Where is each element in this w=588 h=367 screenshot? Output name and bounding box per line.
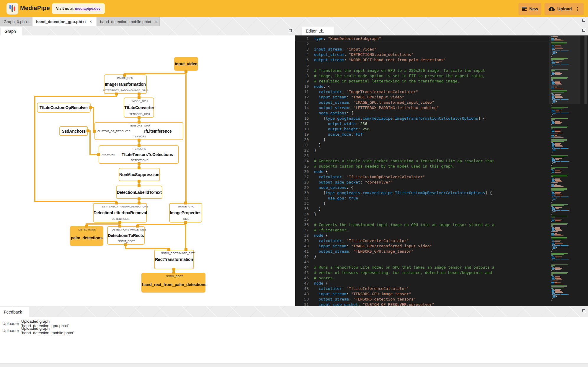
graph-node-DetectionLetterboxRemoval[interactable]: DetectionLetterboxRemovalLETTERBOX_PADDI… — [93, 203, 147, 223]
code-line[interactable]: 6 — [295, 63, 549, 68]
code-line[interactable]: 5output_stream: "NORM_RECT:hand_rect_fro… — [295, 57, 549, 63]
upload-menu-kebab-icon[interactable]: ⋮ — [575, 6, 580, 12]
code-line[interactable]: 35 — [295, 217, 549, 222]
mediapipe-dev-link[interactable]: mediapipe.dev — [75, 7, 101, 11]
code-line[interactable]: 46# scores. — [295, 275, 549, 281]
expand-editor-panel-icon[interactable] — [582, 29, 585, 32]
code-line[interactable]: 20 } — [295, 137, 549, 142]
code-line[interactable]: 50 output_stream: "TENSORS:detection_ten… — [295, 297, 549, 302]
code-line[interactable]: 32 } — [295, 201, 549, 206]
tab-graph[interactable]: Graph — [1, 27, 22, 35]
code-line[interactable]: 2 — [295, 41, 549, 47]
code-line[interactable]: 4output_stream: "DETECTIONS:palm_detecti… — [295, 52, 549, 57]
graph-node-NonMaxSuppression[interactable]: NonMaxSuppression — [119, 168, 160, 181]
code-line[interactable]: 36# Converts the transformed input image… — [295, 222, 549, 228]
code-line[interactable]: 45# vector of tensors representing, for … — [295, 270, 549, 275]
code-line[interactable]: 34} — [295, 212, 549, 217]
close-icon[interactable]: ✕ — [154, 19, 158, 24]
minimap-line — [551, 255, 576, 256]
code-line[interactable]: 30 [type.googleapis.com/mediapipe.TfLite… — [295, 190, 549, 196]
code-line[interactable]: 7# Transforms the input image on GPU to … — [295, 68, 549, 73]
code-line[interactable]: 51 input_side_packet: "CUSTOM_OP_RESOLVE… — [295, 302, 549, 306]
graph-node-DetectionsToRects[interactable]: DetectionsToRectsDETECTIONSIMAGE_SIZENOR… — [107, 226, 145, 245]
minimap-line — [551, 228, 576, 229]
file-tab-hand-detection-gpu[interactable]: hand_detection_gpu.pbtxt ✕ — [32, 17, 96, 26]
code-editor[interactable]: 1type: "HandDetectionSubgraph"23input_st… — [295, 35, 588, 306]
code-line[interactable]: 37# TfLiteTensor. — [295, 228, 549, 233]
scrollbar-thumb[interactable] — [584, 36, 587, 104]
minimap-line — [551, 176, 576, 177]
graph-node-TfLiteCustomOpResolver[interactable]: TfLiteCustomOpResolver — [37, 103, 91, 113]
graph-node-hand_rect_from_palm_detections[interactable]: hand_rect_from_palm_detectionsNORM_RECT — [141, 273, 205, 293]
graph-node-input_video[interactable]: input_video — [174, 57, 198, 71]
code-line[interactable]: 19 scale_mode: FIT — [295, 132, 549, 137]
minimap-line — [551, 197, 576, 197]
graph-canvas[interactable]: input_videoImageTransformationIMAGE_GPUL… — [0, 35, 295, 306]
editor-scrollbar[interactable] — [584, 35, 588, 306]
port — [138, 144, 141, 147]
graph-node-ImageProperties[interactable]: ImagePropertiesIMAGE_GPUSIZE — [169, 203, 202, 223]
port-label: CUSTOM_OP_RESOLVER — [97, 130, 130, 133]
code-line[interactable]: 3input_stream: "input_video" — [295, 47, 549, 52]
upload-button[interactable]: Upload ⋮ — [545, 3, 584, 15]
code-line[interactable]: 38node { — [295, 233, 549, 238]
expand-feedback-panel-icon[interactable] — [582, 309, 585, 312]
file-tab-graph0[interactable]: Graph_0.pbtxt ✕ — [0, 17, 32, 26]
close-icon[interactable]: ✕ — [89, 19, 93, 24]
code-line[interactable]: 40 input_stream: "IMAGE_GPU:transformed_… — [295, 243, 549, 249]
code-line[interactable]: 21 } — [295, 142, 549, 148]
code-line[interactable]: 16 [type.googleapis.com/mediapipe.ImageT… — [295, 116, 549, 121]
minimap-line — [551, 279, 576, 280]
minimap-line — [551, 241, 576, 241]
minimap-line — [551, 175, 576, 175]
graph-node-SsdAnchors[interactable]: SsdAnchors — [59, 126, 88, 136]
code-line[interactable]: 29 node_options: { — [295, 185, 549, 190]
code-line[interactable]: 47node { — [295, 281, 549, 286]
expand-graph-panel-icon[interactable] — [289, 29, 292, 32]
code-line[interactable]: 44# Runs a TensorFlow Lite model on GPU … — [295, 265, 549, 270]
code-line[interactable]: 12 input_stream: "IMAGE_GPU:input_video" — [295, 95, 549, 100]
code-line[interactable]: 11 calculator: "ImageTransformationCalcu… — [295, 89, 549, 95]
graph-node-DetectionLabelIdToText[interactable]: DetectionLabelIdToText — [116, 186, 162, 199]
graph-node-TfLiteConverter[interactable]: TfLiteConverterIMAGE_GPUTENSORS_GPU — [124, 98, 154, 118]
code-line[interactable]: 17 output_width: 256 — [295, 121, 549, 126]
download-icon[interactable] — [319, 29, 324, 33]
tab-editor[interactable]: Editor — [302, 27, 334, 35]
code-line[interactable]: 24# Generates a single side packet conta… — [295, 158, 549, 164]
code-line[interactable]: 14 output_stream: "LETTERBOX_PADDING:let… — [295, 105, 549, 111]
code-line[interactable]: 9# resulting in potential letterboxing i… — [295, 79, 549, 84]
graph-node-TfLiteInference[interactable]: TfLiteInferenceTENSORS_GPUCUSTOM_OP_RESO… — [94, 122, 183, 140]
code-line[interactable]: 15 node_options: { — [295, 111, 549, 116]
expand-panel-icon[interactable] — [582, 19, 585, 22]
graph-node-palm_detections[interactable]: palm_detectionsDETECTIONS — [70, 226, 103, 246]
graph-node-TfLiteTensorsToDetections[interactable]: TfLiteTensorsToDetectionsTENSORSANCHORSD… — [99, 145, 179, 164]
code-line[interactable]: 18 output_height: 256 — [295, 126, 549, 132]
code-line[interactable]: 41 output_stream: "TENSORS_GPU:image_ten… — [295, 249, 549, 254]
code-line[interactable]: 25# supports custom ops needed by the mo… — [295, 164, 549, 169]
code-line[interactable]: 10node: { — [295, 84, 549, 89]
code-line[interactable]: 33 } — [295, 206, 549, 212]
graph-node-ImageTransformation[interactable]: ImageTransformationIMAGE_GPULETTERBOX_PA… — [104, 74, 147, 94]
minimap-line — [551, 205, 576, 206]
code-line[interactable]: 23 — [295, 153, 549, 158]
code-line[interactable]: 13 output_stream: "IMAGE_GPU:transformed… — [295, 100, 549, 105]
code-line[interactable]: 48 calculator: "TfLiteInferenceCalculato… — [295, 286, 549, 291]
minimap-line — [551, 230, 576, 231]
code-line[interactable]: 31 use_gpu: true — [295, 196, 549, 201]
code-line[interactable]: 27 calculator: "TfLiteCustomOpResolverCa… — [295, 174, 549, 180]
code-line[interactable]: 22} — [295, 148, 549, 153]
code-line[interactable]: 1type: "HandDetectionSubgraph" — [295, 36, 549, 41]
code-line[interactable]: 28 output_side_packet: "opresolver" — [295, 180, 549, 185]
code-line[interactable]: 39 calculator: "TfLiteConverterCalculato… — [295, 238, 549, 243]
tab-feedback[interactable]: Feedback — [0, 307, 29, 317]
code-line[interactable]: 26node { — [295, 169, 549, 174]
new-button[interactable]: New — [519, 3, 541, 15]
graph-node-RectTransformation[interactable]: RectTransformationNORM_RECTIMAGE_SIZE — [154, 250, 194, 269]
code-line[interactable]: 8# image, the scale_mode option is set t… — [295, 73, 549, 79]
code-line[interactable]: 42} — [295, 254, 549, 259]
header-bar: MediaPipe Visit us at mediapipe.dev New … — [0, 0, 588, 17]
file-tab-hand-detection-mobile[interactable]: hand_detection_mobile.pbtxt ✕ — [97, 17, 160, 26]
code-line[interactable]: 49 input_stream: "TENSORS_GPU:image_tens… — [295, 291, 549, 297]
minimap-line — [551, 247, 576, 248]
code-line[interactable]: 43 — [295, 259, 549, 265]
